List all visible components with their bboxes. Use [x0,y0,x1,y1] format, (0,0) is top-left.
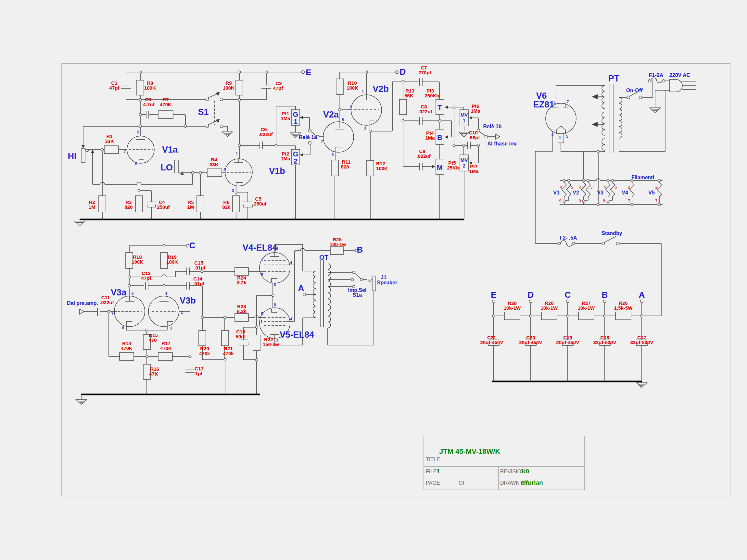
v1b-label: V1b [269,166,285,176]
pin-v5-3: 3 [276,339,279,343]
pin-v5-8: 8 [274,302,276,307]
v3-stage [80,246,260,395]
terminal-D [395,71,398,74]
c10-value: 68pf [470,135,480,140]
fil-v3: V3 [597,190,603,195]
onoff-label: On-Off [626,88,643,93]
resistor-R17 [158,352,173,361]
pin-v6-5: 5 [566,134,568,139]
c20-value: 20uf-450V [519,340,542,345]
r5-value: 1M [187,204,194,210]
c8-value: .022uf [418,109,432,114]
pin-v3b-2: 2 [181,310,183,315]
terminal-C [186,244,189,247]
jack-hi [81,149,85,162]
c13-value: .1pf [194,371,203,376]
standby-label: Standby [601,231,622,236]
title-block-title-label: TITLE [426,457,440,462]
pin-v4-4: 4 [290,260,292,265]
resistor-R28a [505,312,520,320]
filamenti-label: Filamenti [632,175,654,180]
psu-node-d: D [528,290,534,300]
bass-letter: B [437,133,442,141]
c6-value: .022uf [259,132,273,137]
fuse-F1 [648,80,651,82]
pin-v5-4: 4 [290,317,292,321]
pin-v4-8: 8 [274,283,276,287]
terminal-E [302,71,305,74]
psu-node-c: C [565,290,571,300]
pin-v4-5: 5 [261,273,263,277]
mains-label: 220V AC [669,72,691,78]
v2a-label: V2a [323,110,339,119]
dal-preamp-label: Dal pre.amp. [67,300,98,306]
mv1-number: 1 [463,118,465,123]
resistor-R11 [331,160,338,176]
f1-label: F1-2A [649,72,664,78]
c9-value: .022uf [416,153,431,159]
pin-v6-3: 3 [551,132,554,137]
c5-value: 250uf [254,201,267,207]
schematic-canvas: C147pfR8100KC34.7nfR7470KR9100KC247pfS1E… [0,0,747,560]
node-b: B [357,245,363,255]
resistor-R10 [336,79,343,95]
f2-label: F2- .5A [560,235,577,241]
pin-v2b-3: 3 [364,126,366,131]
pin-v6-4: 4 [559,135,561,140]
r8-value: 100K [144,85,156,90]
r13-value: 56K [404,93,413,98]
pin-v3a-6: 6 [132,291,134,296]
mid-letter: M [437,163,443,171]
pin-fil-v4-7: 7 [628,199,630,203]
output-stage [235,244,376,395]
pin-v1b-2: 2 [224,167,226,172]
psu-node-a: A [639,290,645,300]
resistor-R1 [104,146,119,154]
v5-label: V5-EL84 [280,330,314,340]
r17-value: 470K [160,345,172,351]
r19-value: 100K [166,259,178,265]
resistor-R14 [120,352,134,361]
pin-fil-v5-2: 2 [655,185,658,190]
pt1-value: 1Ma [281,115,290,121]
v6-type: EZ81 [533,100,555,109]
resistor-R20 [199,330,206,346]
fil-v2: V2 [573,190,579,195]
pin-v6-1: 1 [554,100,556,105]
v1a-label: V1a [162,145,178,155]
c17-value: 32uf-500V [630,340,653,345]
pin-v3a-7: 7 [111,311,114,316]
c12-value: 47pf [141,275,152,281]
pin-fil-v1-5: 5 [571,185,573,190]
switch-standby [602,242,605,245]
pin-fil-v1-9: 9 [559,199,562,203]
resistor-R2 [99,196,106,212]
rele1b-label: Relè 1b [483,124,502,129]
resistor-R26 [615,312,631,320]
c19-value: 20uf-450V [556,340,579,345]
r4-value: 33K [209,162,218,167]
title-block-page-label: PAGE [426,480,440,486]
v3b-label: V3b [180,296,196,305]
r12-value: 100K [376,165,388,171]
terminal-A [303,293,306,296]
g1-number: 1 [293,117,298,126]
node-c: C [189,241,196,250]
pin-fil-v1-4: 4 [560,185,562,190]
node-a: A [298,283,304,293]
r18-value: 100K [132,259,143,265]
resistor-R5 [197,196,204,212]
r1-value: 33K [105,138,114,144]
pt6-value: 1Ma [471,108,480,114]
resistor-R6 [233,196,240,212]
resistor-R28b [541,312,557,320]
schematic-page: C147pfR8100KC34.7nfR7470KR9100KC247pfS1E… [0,0,747,560]
r14-value: 470K [121,345,132,351]
v4-label: V4-EL84 [242,243,277,252]
psu-node-e: E [491,290,496,300]
resistor-R4 [207,169,222,177]
j1-type: Speaker [377,280,397,285]
r2-value: 1M [89,204,96,210]
resistor-R8 [137,80,144,95]
pin-fil-v5-7: 7 [655,199,658,203]
